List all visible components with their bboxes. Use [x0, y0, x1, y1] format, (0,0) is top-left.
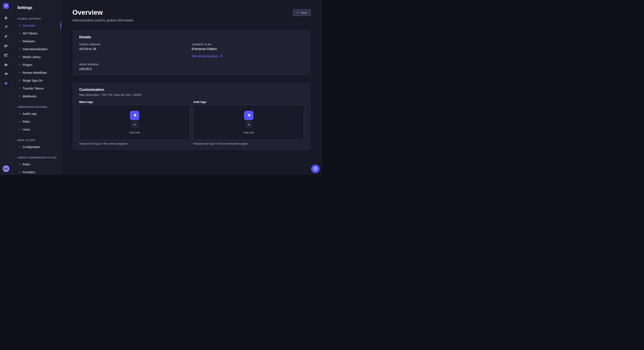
page-subtitle: Administration panel’s global informatio…	[72, 18, 134, 22]
rail-item-settings[interactable]	[2, 80, 9, 87]
nav-section-global-settings: Global SettingsOverviewAPI TokensRelease…	[12, 17, 61, 100]
feather-icon	[4, 25, 8, 29]
sidebar-item-plugins[interactable]: Plugins	[12, 61, 61, 69]
pricing-plans-link[interactable]: See all pricing plans	[192, 54, 223, 58]
sidebar-item-label: Providers	[22, 171, 35, 174]
details-grid: STRAPI VERSION v5.0.0-rc.19 CURRENT PLAN…	[79, 43, 304, 71]
help-button[interactable]	[311, 165, 320, 173]
field-label: STRAPI VERSION	[79, 43, 192, 46]
field-value: v18.20.3	[79, 67, 192, 71]
sidebar-item-label: Review Workflows	[22, 71, 47, 74]
bullet-icon	[19, 129, 20, 130]
nav-section-label: Users & Permissions Plugin	[17, 156, 61, 159]
sidebar-item-label: Plugins	[22, 63, 32, 67]
upload-label: Auth logo	[193, 100, 304, 104]
external-link-icon	[220, 54, 223, 58]
current-plan-field: CURRENT PLAN Enterprise Edition See all …	[192, 43, 304, 58]
auth-logo-dropzone[interactable]: + logo.png	[193, 105, 304, 140]
rail-item-content-type-builder[interactable]	[2, 52, 9, 59]
sidebar-item-overview[interactable]: Overview	[12, 21, 61, 29]
sidebar-item-providers[interactable]: Providers	[12, 168, 61, 175]
details-card: Details STRAPI VERSION v5.0.0-rc.19 CURR…	[72, 30, 311, 76]
field-value: v5.0.0-rc.19	[79, 47, 192, 51]
sidebar-item-label: Internationalization	[22, 47, 48, 51]
menu-logo-dropzone[interactable]: + logo.png	[79, 105, 190, 140]
rail-item-home[interactable]	[2, 14, 9, 21]
save-button-label: Save	[301, 11, 307, 14]
rail-nav	[2, 12, 9, 87]
sidebar-item-label: Media Library	[22, 55, 41, 59]
rail-item-media-library[interactable]	[2, 42, 9, 49]
uploads-grid: Menu logo + logo.png Replace the logo in…	[79, 100, 304, 145]
sidebar-item-label: Webhooks	[22, 95, 37, 98]
sidebar-item-releases[interactable]: Releases	[12, 37, 61, 45]
home-icon	[4, 16, 8, 20]
sidebar-item-label: Transfer Tokens	[22, 87, 44, 90]
sidebar-item-roles[interactable]: Roles	[12, 160, 61, 168]
rail-item-cloud[interactable]	[2, 61, 9, 68]
sidebar-item-internationalization[interactable]: Internationalization	[12, 45, 61, 53]
sidebar-item-label: Configuration	[22, 145, 40, 149]
plus-icon: +	[133, 123, 136, 127]
page-header: Overview Administration panel’s global i…	[72, 8, 311, 22]
sidebar-item-single-sign-on[interactable]: Single Sign-On	[12, 77, 61, 84]
nav-section-users-permissions-plugin: Users & Permissions PluginRolesProviders	[12, 156, 61, 175]
bullet-icon	[19, 96, 20, 97]
customization-heading: Customization	[79, 88, 304, 92]
sidebar-item-label: Releases	[22, 39, 35, 43]
rail-divider	[0, 163, 12, 163]
sidebar-item-label: Roles	[22, 120, 30, 123]
paper-plane-icon	[4, 34, 8, 39]
pricing-link-label: See all pricing plans	[192, 54, 218, 58]
strapi-logo-preview	[244, 111, 254, 120]
sidebar-item-media-library[interactable]: Media Library	[12, 53, 61, 61]
sidebar-item-webhooks[interactable]: Webhooks	[12, 92, 61, 100]
settings-sidebar: Settings Global SettingsOverviewAPI Toke…	[12, 0, 61, 175]
add-auth-logo-button[interactable]: +	[246, 121, 252, 128]
rail-item-marketplace[interactable]	[2, 71, 9, 77]
nav-section-items: OverviewAPI TokensReleasesInternationali…	[12, 21, 61, 100]
nav-section-items: RolesProviders	[12, 160, 61, 175]
bullet-icon	[19, 88, 20, 89]
settings-nav: Global SettingsOverviewAPI TokensRelease…	[12, 17, 61, 175]
sidebar-item-audit-logs[interactable]: Audit Logs	[12, 110, 61, 118]
field-label: CURRENT PLAN	[192, 43, 304, 46]
details-grid-spacer	[192, 63, 304, 71]
cart-icon	[4, 72, 8, 76]
sidebar-item-review-workflows[interactable]: Review Workflows	[12, 69, 61, 77]
strapi-logo-icon[interactable]	[3, 3, 9, 9]
upload-caption: Replace the logo in the authentication p…	[193, 142, 304, 145]
plus-icon: +	[248, 123, 250, 127]
images-icon	[4, 44, 8, 48]
sidebar-item-transfer-tokens[interactable]: Transfer Tokens	[12, 84, 61, 92]
nav-section-administration-panel: Administration PanelAudit LogsRolesUsers	[12, 106, 61, 133]
menu-logo-upload: Menu logo + logo.png Replace the logo in…	[79, 100, 190, 145]
sidebar-item-configuration[interactable]: Configuration	[12, 143, 61, 151]
nav-section-email-plugin: Email PluginConfiguration	[12, 139, 61, 151]
bullet-icon	[19, 48, 20, 49]
cloud-icon	[4, 62, 8, 67]
rail-item-releases[interactable]	[2, 33, 9, 40]
avatar[interactable]: KD	[3, 166, 9, 172]
sidebar-item-label: Roles	[22, 163, 30, 166]
bullet-icon	[19, 33, 20, 34]
sidebar-item-label: Single Sign-On	[22, 79, 42, 82]
bullet-icon	[19, 164, 20, 165]
bullet-icon	[19, 64, 20, 65]
check-icon	[296, 11, 299, 14]
save-button[interactable]: Save	[293, 9, 311, 16]
bullet-icon	[19, 56, 20, 57]
sidebar-item-users[interactable]: Users	[12, 126, 61, 133]
nav-section-label: Email Plugin	[17, 139, 61, 141]
sidebar-item-roles[interactable]: Roles	[12, 118, 61, 126]
sidebar-item-api-tokens[interactable]: API Tokens	[12, 29, 61, 37]
strapi-admin-settings: KD Settings Global SettingsOverviewAPI T…	[0, 0, 322, 175]
page-title-block: Overview Administration panel’s global i…	[72, 8, 134, 22]
sidebar-item-label: API Tokens	[22, 32, 38, 35]
layout-icon	[4, 53, 8, 57]
sidebar-item-label: Users	[22, 128, 30, 131]
gear-icon	[4, 81, 8, 85]
customization-constraints: Max dimension: 750×750, Max file size: 1…	[79, 93, 304, 97]
rail-item-content-manager[interactable]	[2, 24, 9, 31]
add-menu-logo-button[interactable]: +	[132, 121, 138, 128]
